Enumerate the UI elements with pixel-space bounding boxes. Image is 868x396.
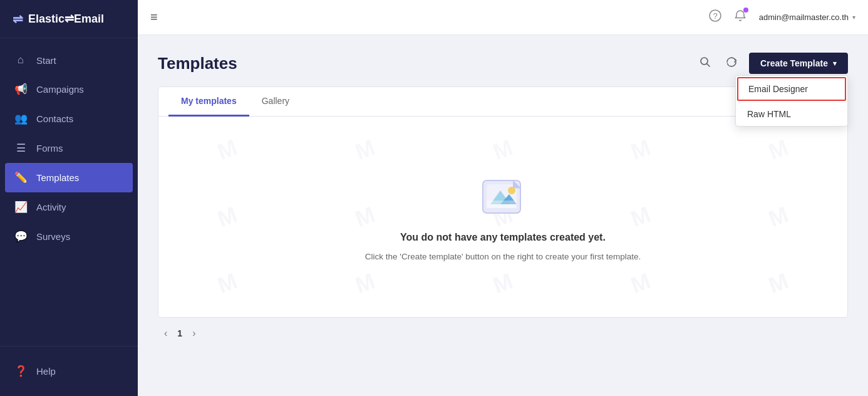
create-template-label: Create Template xyxy=(760,58,828,68)
sidebar-item-label: Start xyxy=(36,55,56,66)
topbar-right: ? admin@mailmaster.co.th ▾ xyxy=(709,9,855,25)
page-header: Templates Create Template xyxy=(158,53,848,74)
notification-dot xyxy=(743,8,748,13)
notification-icon[interactable] xyxy=(734,9,747,25)
sidebar-item-surveys[interactable]: 💬Surveys xyxy=(0,222,138,251)
main-area: ≡ ? admin@mailmaster.co.th ▾ xyxy=(138,0,868,396)
svg-line-3 xyxy=(707,63,710,66)
sidebar-item-contacts[interactable]: 👥Contacts xyxy=(0,104,138,133)
sidebar-item-label: Surveys xyxy=(36,231,70,242)
topbar: ≡ ? admin@mailmaster.co.th ▾ xyxy=(138,0,868,35)
sidebar-item-label: Contacts xyxy=(36,113,73,124)
campaigns-icon: 📢 xyxy=(14,83,28,96)
templates-icon: ✏️ xyxy=(14,171,28,184)
sidebar-item-label: Templates xyxy=(36,172,79,183)
sidebar: ⇌ Elastic⇌Email ⌂Start📢Campaigns👥Contact… xyxy=(0,0,138,396)
pagination-current: 1 xyxy=(177,328,182,338)
start-icon: ⌂ xyxy=(14,54,28,66)
search-button[interactable] xyxy=(696,53,714,74)
sidebar-bottom: ❓Help xyxy=(0,346,138,396)
contacts-icon: 👥 xyxy=(14,112,28,125)
create-template-button[interactable]: Create Template ▾ xyxy=(749,53,848,74)
create-template-wrapper: Create Template ▾ Email Designer Raw HTM… xyxy=(749,53,848,74)
sidebar-item-label: Forms xyxy=(36,143,63,154)
empty-state: You do not have any templates created ye… xyxy=(365,173,641,261)
logo-icon: ⇌ xyxy=(13,11,23,26)
pagination: ‹ 1 › xyxy=(158,318,848,340)
tab-gallery[interactable]: Gallery xyxy=(249,87,302,117)
sidebar-item-label: Help xyxy=(36,366,56,377)
tabs-body: M M M M M M M M M M M M M M M xyxy=(158,117,847,317)
sidebar-item-forms[interactable]: ☰Forms xyxy=(0,133,138,163)
create-template-caret: ▾ xyxy=(833,60,837,68)
sidebar-item-help[interactable]: ❓Help xyxy=(0,357,138,386)
dropdown-item-raw-html[interactable]: Raw HTML xyxy=(736,102,847,126)
empty-state-subtitle: Click the 'Create template' button on th… xyxy=(365,252,641,261)
user-email: admin@mailmaster.co.th xyxy=(759,13,849,22)
user-caret: ▾ xyxy=(852,14,855,21)
help-icon: ❓ xyxy=(14,365,28,378)
help-icon[interactable]: ? xyxy=(709,9,721,25)
sidebar-item-activity[interactable]: 📈Activity xyxy=(0,192,138,222)
tab-my-templates[interactable]: My templates xyxy=(168,87,249,117)
activity-icon: 📈 xyxy=(14,201,28,214)
sidebar-item-templates[interactable]: ✏️Templates xyxy=(5,163,133,192)
surveys-icon: 💬 xyxy=(14,230,28,243)
sidebar-item-label: Activity xyxy=(36,202,66,212)
pagination-prev[interactable]: ‹ xyxy=(160,326,171,340)
svg-rect-9 xyxy=(487,201,517,208)
logo-text: Elastic⇌Email xyxy=(28,12,104,26)
logo: ⇌ Elastic⇌Email xyxy=(0,0,138,38)
empty-state-title: You do not have any templates created ye… xyxy=(400,232,606,243)
topbar-user[interactable]: admin@mailmaster.co.th ▾ xyxy=(759,13,855,22)
forms-icon: ☰ xyxy=(14,142,28,155)
svg-text:?: ? xyxy=(713,11,717,21)
sidebar-item-start[interactable]: ⌂Start xyxy=(0,46,138,75)
pagination-next[interactable]: › xyxy=(189,326,199,340)
sidebar-nav: ⌂Start📢Campaigns👥Contacts☰Forms✏️Templat… xyxy=(0,38,138,346)
dropdown-item-email-designer[interactable]: Email Designer xyxy=(737,77,846,101)
sidebar-item-campaigns[interactable]: 📢Campaigns xyxy=(0,75,138,104)
page-content: Templates Create Template xyxy=(138,35,868,396)
empty-state-icon xyxy=(478,173,528,223)
page-title: Templates xyxy=(158,54,237,73)
hamburger-icon[interactable]: ≡ xyxy=(150,10,158,24)
header-actions: Create Template ▾ Email Designer Raw HTM… xyxy=(696,53,848,74)
create-template-dropdown: Email Designer Raw HTML xyxy=(735,75,848,127)
refresh-button[interactable] xyxy=(723,53,740,74)
sidebar-item-label: Campaigns xyxy=(36,84,84,95)
